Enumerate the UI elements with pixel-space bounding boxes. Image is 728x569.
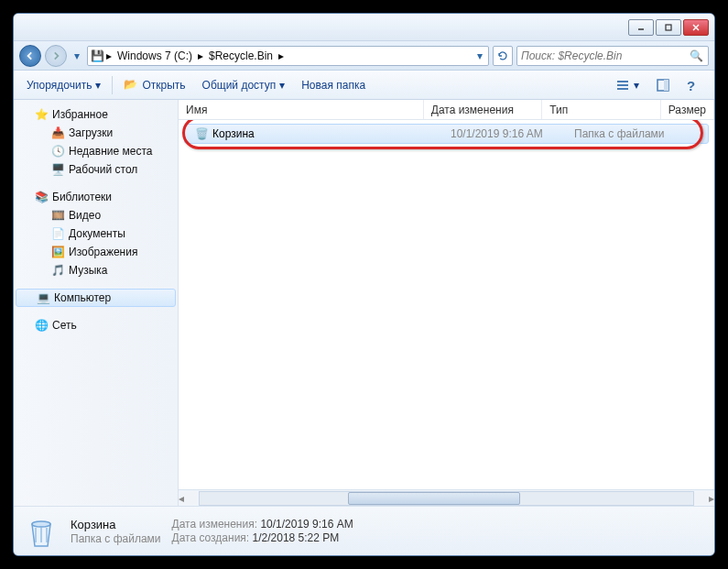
open-icon: 📂 (124, 78, 138, 93)
music-icon: 🎵 (50, 263, 65, 278)
search-box[interactable]: 🔍 (516, 46, 709, 66)
library-icon: 📚 (34, 190, 49, 204)
search-icon[interactable]: 🔍 (690, 49, 704, 62)
preview-icon (656, 78, 670, 93)
navbar: ▾ 💾 ▸ Windows 7 (C:) ▸ $Recycle.Bin ▸ ▾ … (14, 41, 714, 71)
scroll-track[interactable] (199, 491, 694, 506)
file-row[interactable]: 🗑️Корзина 10/1/2019 9:16 AM Папка с файл… (184, 124, 709, 144)
sidebar-item-documents[interactable]: 📄Документы (14, 224, 178, 243)
crumb-sep[interactable]: ▸ (104, 49, 114, 62)
details-mod-value: 10/1/2019 9:16 AM (260, 518, 353, 531)
sidebar-item-music[interactable]: 🎵Музыка (14, 261, 178, 279)
sidebar-favorites[interactable]: ⭐Избранное (14, 105, 178, 124)
main-pane: Имя Дата изменения Тип Размер 🗑️Корзина … (179, 100, 714, 506)
sidebar-item-pictures[interactable]: 🖼️Изображения (14, 243, 178, 261)
sidebar-libraries[interactable]: 📚Библиотеки (14, 188, 178, 206)
titlebar (14, 14, 714, 41)
history-dropdown[interactable]: ▾ (71, 47, 83, 65)
recyclebin-icon: 🗑️ (194, 126, 209, 141)
column-size[interactable]: Размер (661, 100, 714, 119)
svg-rect-6 (617, 88, 628, 90)
details-name: Корзина (71, 518, 161, 531)
details-pane: Корзина Папка с файлами Дата изменения: … (14, 506, 714, 555)
sidebar: ⭐Избранное 📥Загрузки 🕓Недавние места 🖥️Р… (14, 100, 179, 506)
document-icon: 📄 (50, 226, 65, 241)
video-icon: 🎞️ (50, 208, 65, 223)
forward-button[interactable] (45, 45, 67, 67)
view-icon (615, 78, 630, 93)
drive-icon: 💾 (90, 49, 104, 62)
details-crt-value: 1/2/2018 5:22 PM (253, 531, 340, 544)
help-icon: ? (687, 78, 701, 93)
column-date[interactable]: Дата изменения (424, 100, 543, 119)
organize-button[interactable]: Упорядочить ▾ (19, 75, 108, 95)
scroll-right-icon[interactable]: ▸ (709, 492, 714, 505)
preview-button[interactable] (648, 74, 678, 96)
downloads-icon: 📥 (50, 126, 65, 140)
crumb-folder[interactable]: $Recycle.Bin (205, 48, 277, 64)
scroll-thumb[interactable] (348, 492, 521, 505)
file-type: Папка с файлами (567, 127, 690, 140)
explorer-window: ▾ 💾 ▸ Windows 7 (C:) ▸ $Recycle.Bin ▸ ▾ … (13, 13, 715, 556)
desktop-icon: 🖥️ (50, 162, 65, 177)
view-button[interactable]: ▾ (608, 74, 647, 96)
details-type: Папка с файлами (71, 532, 161, 545)
network-icon: 🌐 (34, 318, 49, 333)
sidebar-item-computer[interactable]: 💻Компьютер (16, 289, 176, 307)
svg-rect-5 (617, 84, 628, 86)
search-input[interactable] (521, 49, 690, 62)
open-button[interactable]: 📂Открыть (116, 74, 192, 96)
details-crt-label: Дата создания: (172, 531, 250, 544)
share-button[interactable]: Общий доступ ▾ (195, 75, 293, 95)
column-type[interactable]: Тип (542, 100, 661, 119)
column-headers: Имя Дата изменения Тип Размер (179, 100, 714, 120)
file-list[interactable]: 🗑️Корзина 10/1/2019 9:16 AM Папка с файл… (179, 120, 714, 489)
refresh-button[interactable] (493, 46, 513, 66)
scroll-left-icon[interactable]: ◂ (179, 492, 184, 505)
svg-rect-1 (666, 25, 671, 30)
help-button[interactable]: ? (679, 74, 709, 96)
sidebar-item-videos[interactable]: 🎞️Видео (14, 206, 178, 224)
newfolder-button[interactable]: Новая папка (294, 75, 373, 95)
svg-point-9 (32, 521, 50, 527)
crumb-drive[interactable]: Windows 7 (C:) (114, 48, 196, 64)
horizontal-scrollbar[interactable]: ◂ ▸ (179, 489, 714, 506)
column-name[interactable]: Имя (179, 100, 424, 119)
details-icon (23, 513, 60, 550)
svg-rect-8 (664, 80, 668, 91)
svg-rect-4 (617, 81, 628, 82)
file-date: 10/1/2019 9:16 AM (443, 127, 567, 140)
crumb-sep[interactable]: ▸ (196, 49, 205, 62)
picture-icon: 🖼️ (50, 245, 65, 259)
back-button[interactable] (19, 45, 41, 67)
sidebar-network[interactable]: 🌐Сеть (14, 316, 178, 334)
crumb-sep[interactable]: ▸ (277, 49, 286, 62)
sidebar-item-recent[interactable]: 🕓Недавние места (14, 142, 178, 160)
file-name: Корзина (212, 127, 255, 140)
minimize-button[interactable] (628, 19, 654, 36)
recent-icon: 🕓 (50, 144, 65, 159)
star-icon: ⭐ (34, 107, 49, 122)
address-dropdown[interactable]: ▾ (473, 47, 486, 65)
details-mod-label: Дата изменения: (172, 518, 258, 531)
maximize-button[interactable] (656, 19, 681, 36)
sidebar-item-desktop[interactable]: 🖥️Рабочий стол (14, 160, 178, 179)
close-button[interactable] (683, 19, 709, 36)
sidebar-item-downloads[interactable]: 📥Загрузки (14, 124, 178, 142)
computer-icon: 💻 (36, 290, 50, 305)
address-bar[interactable]: 💾 ▸ Windows 7 (C:) ▸ $Recycle.Bin ▸ ▾ (87, 46, 489, 66)
toolbar: Упорядочить ▾ 📂Открыть Общий доступ ▾ Но… (14, 71, 714, 100)
